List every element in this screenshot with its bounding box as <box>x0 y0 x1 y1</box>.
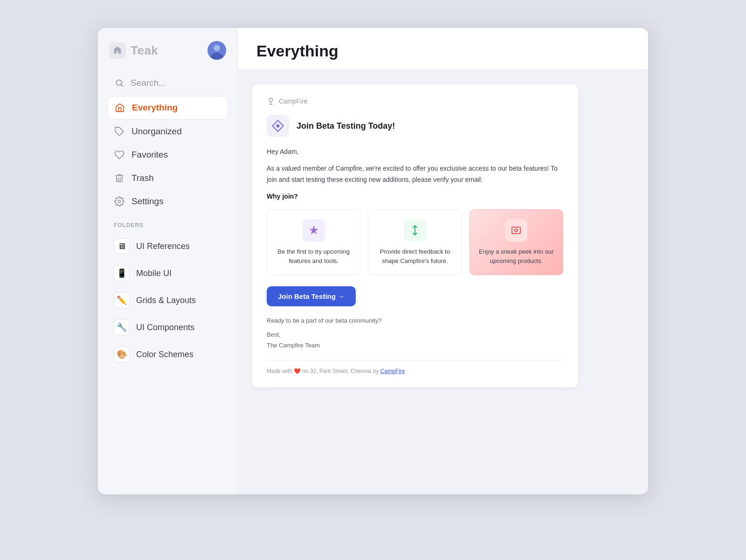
sidebar-item-trash[interactable]: Trash <box>107 167 228 189</box>
sidebar: Teak Search... <box>98 28 238 494</box>
ready-text: Ready to be a part of our beta community… <box>267 316 563 326</box>
diamond-icon <box>271 119 284 132</box>
sidebar-header: Teak <box>107 41 228 60</box>
main-content: Everything CampFire <box>238 28 648 494</box>
email-source-label: CampFire <box>267 97 563 105</box>
folder-grids-layouts[interactable]: ✏️ Grids & Layouts <box>107 287 228 313</box>
svg-point-7 <box>269 98 273 102</box>
folder-label-ui-references: UI References <box>136 242 190 251</box>
feature-icon-1 <box>404 219 426 242</box>
folder-label-grids: Grids & Layouts <box>136 296 196 305</box>
sparkle-icon <box>308 225 319 236</box>
tag-icon <box>114 126 125 137</box>
feature-card-2: Enjoy a sneak peek into our upcoming pro… <box>470 209 563 275</box>
feature-text-1: Provide direct feedback to shape Campfir… <box>380 248 450 264</box>
join-beta-button[interactable]: Join Beta Testing → <box>267 286 356 306</box>
favorites-label: Favorites <box>131 150 168 160</box>
logo-area: Teak <box>109 42 158 59</box>
email-body-text: As a valued member of Campfire, we're ex… <box>267 163 563 186</box>
folder-icon-ui-references: 🖥 <box>114 238 130 254</box>
everything-label: Everything <box>132 103 178 113</box>
svg-point-1 <box>214 45 220 51</box>
sidebar-item-unorganized[interactable]: Unorganized <box>107 120 228 143</box>
email-footer-text: Ready to be a part of our beta community… <box>267 316 563 350</box>
campfire-link[interactable]: CampFire <box>380 368 405 374</box>
feature-icon-0 <box>303 219 325 242</box>
settings-icon <box>114 196 125 207</box>
made-with-bar: Made with ❤️ on 32, Park Street, Chennai… <box>267 360 563 374</box>
folder-label-ui-components: UI Components <box>136 323 194 332</box>
folder-label-mobile-ui: Mobile UI <box>136 269 172 278</box>
folder-mobile-ui[interactable]: 📱 Mobile UI <box>107 260 228 286</box>
search-icon <box>114 77 125 89</box>
campfire-label-text: CampFire <box>279 97 307 105</box>
feature-card-1: Provide direct feedback to shape Campfir… <box>368 209 462 275</box>
trash-label: Trash <box>131 173 154 183</box>
join-beta-label: Join Beta Testing → <box>278 292 345 300</box>
heart-icon: ❤️ <box>294 368 301 374</box>
main-body: CampFire Join Beta Testing Today! Hey Ad… <box>238 70 648 494</box>
folders-section-label: FOLDERS <box>107 214 228 233</box>
svg-point-6 <box>118 200 121 203</box>
arrows-icon <box>409 225 421 236</box>
svg-point-12 <box>515 229 518 232</box>
home-icon <box>114 102 125 113</box>
unorganized-label: Unorganized <box>131 126 182 137</box>
folder-icon-grids: ✏️ <box>114 292 130 308</box>
feature-text-2: Enjoy a sneak peek into our upcoming pro… <box>479 248 553 264</box>
page-title: Everything <box>256 42 629 60</box>
app-container: Teak Search... <box>98 28 648 494</box>
search-placeholder: Search... <box>131 78 166 88</box>
why-join-heading: Why join? <box>267 193 563 200</box>
feature-card-0: Be the first to try upcoming features an… <box>267 209 360 275</box>
features-row: Be the first to try upcoming features an… <box>267 209 563 275</box>
main-header: Everything <box>238 28 648 70</box>
sign-off: Best, The Campfire Team <box>267 330 563 350</box>
folder-ui-references[interactable]: 🖥 UI References <box>107 233 228 259</box>
sidebar-item-everything[interactable]: Everything <box>107 96 228 119</box>
email-card: CampFire Join Beta Testing Today! Hey Ad… <box>252 84 578 387</box>
sidebar-item-favorites[interactable]: Favorites <box>107 144 228 166</box>
email-sender-logo <box>267 115 289 137</box>
campfire-icon <box>267 97 275 105</box>
svg-line-4 <box>121 85 123 87</box>
svg-rect-11 <box>512 227 520 234</box>
heart-icon <box>114 149 125 160</box>
email-header-row: Join Beta Testing Today! <box>267 115 563 137</box>
folder-icon-mobile-ui: 📱 <box>114 265 130 281</box>
folder-color-schemes[interactable]: 🎨 Color Schemes <box>107 341 228 367</box>
feature-icon-2 <box>505 219 527 242</box>
app-name: Teak <box>131 43 158 58</box>
svg-point-9 <box>276 124 280 128</box>
email-body: Hey Adam, As a valued member of Campfire… <box>267 146 563 185</box>
feature-text-0: Be the first to try upcoming features an… <box>277 248 350 264</box>
email-subject: Join Beta Testing Today! <box>297 121 395 131</box>
search-bar[interactable]: Search... <box>107 73 228 93</box>
settings-label: Settings <box>131 196 164 207</box>
sidebar-item-settings[interactable]: Settings <box>107 190 228 213</box>
email-greeting: Hey Adam, <box>267 146 563 158</box>
folder-ui-components[interactable]: 🔧 UI Components <box>107 314 228 340</box>
folder-icon-color-schemes: 🎨 <box>114 346 130 362</box>
user-avatar[interactable] <box>207 41 226 60</box>
preview-icon <box>511 225 522 236</box>
folder-icon-ui-components: 🔧 <box>114 319 130 335</box>
folder-label-color-schemes: Color Schemes <box>136 350 193 360</box>
app-logo-icon <box>109 42 126 59</box>
svg-point-3 <box>116 80 122 85</box>
trash-icon <box>114 173 125 184</box>
